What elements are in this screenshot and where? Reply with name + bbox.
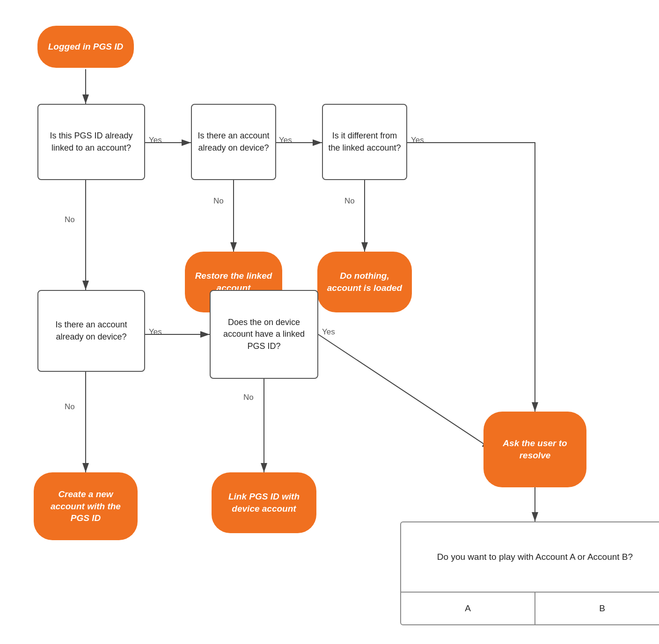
q2-node: Is there an account already on device? bbox=[191, 104, 276, 180]
q1-node: Is this PGS ID already linked to an acco… bbox=[37, 104, 145, 180]
svg-line-9 bbox=[318, 334, 491, 449]
flowchart-diagram: Logged in PGS ID Is this PGS ID already … bbox=[0, 0, 659, 644]
label-yes2: Yes bbox=[279, 136, 292, 145]
dialog-option-b[interactable]: B bbox=[535, 593, 659, 624]
donothing-node: Do nothing, account is loaded bbox=[317, 252, 412, 312]
label-yes4: Yes bbox=[149, 327, 162, 337]
dialog-question: Do you want to play with Account A or Ac… bbox=[401, 522, 659, 593]
label-no5: No bbox=[243, 393, 254, 402]
label-yes1: Yes bbox=[149, 136, 162, 145]
q4-node: Is there an account already on device? bbox=[37, 290, 145, 372]
q3-node: Is it different from the linked account? bbox=[322, 104, 407, 180]
ask-node: Ask the user to resolve bbox=[483, 412, 586, 487]
label-no4: No bbox=[65, 402, 75, 412]
dialog-box: Do you want to play with Account A or Ac… bbox=[400, 521, 659, 625]
start-node: Logged in PGS ID bbox=[37, 26, 134, 68]
label-yes3: Yes bbox=[411, 136, 424, 145]
create-node: Create a new account with the PGS ID bbox=[34, 472, 138, 540]
dialog-option-a[interactable]: A bbox=[401, 593, 535, 624]
label-no1: No bbox=[65, 215, 75, 224]
label-yes5: Yes bbox=[322, 327, 335, 337]
label-no2: No bbox=[213, 196, 224, 206]
label-no3: No bbox=[344, 196, 355, 206]
q5-node: Does the on device account have a linked… bbox=[210, 290, 318, 379]
link-node: Link PGS ID with device account bbox=[212, 472, 316, 533]
